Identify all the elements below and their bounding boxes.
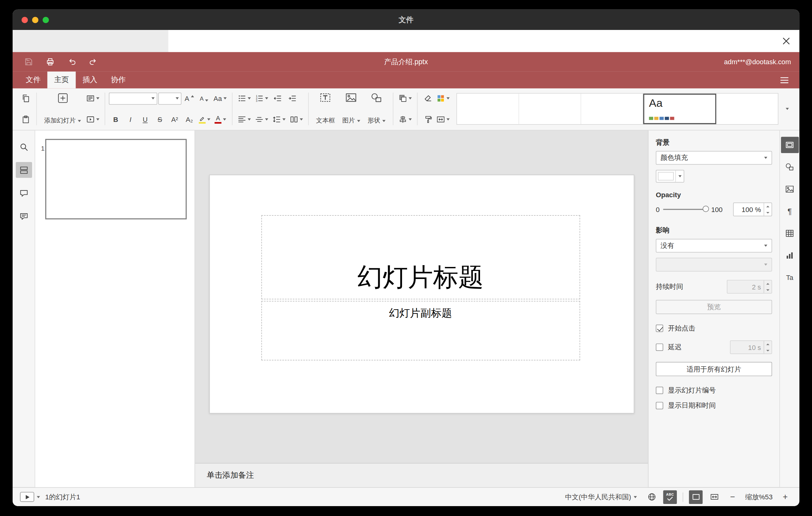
apply-to-all-button[interactable]: 适用于所有幻灯片 — [656, 362, 772, 376]
theme-tile[interactable] — [716, 93, 778, 124]
bold-button[interactable]: B — [109, 112, 122, 127]
strikethrough-button[interactable]: S — [153, 112, 167, 127]
slide-thumbnail[interactable] — [45, 139, 187, 220]
duration-input: 2 s — [727, 280, 772, 293]
underline-button[interactable]: U — [138, 112, 152, 127]
opacity-slider[interactable] — [663, 209, 707, 210]
slide-subtitle-placeholder[interactable]: 幻灯片副标题 — [261, 301, 580, 361]
set-language-button[interactable] — [645, 490, 658, 504]
subscript-button[interactable]: A₂ — [183, 112, 196, 127]
font-color-button[interactable]: A — [213, 112, 228, 127]
zoom-in-button[interactable]: + — [778, 490, 792, 504]
undo-button[interactable] — [67, 57, 76, 66]
opacity-max: 100 — [711, 205, 723, 213]
theme-tile[interactable] — [581, 93, 643, 124]
tab-collaboration[interactable]: 协作 — [104, 71, 133, 89]
insert-image-button[interactable]: 图片 — [339, 91, 364, 127]
line-spacing-button[interactable] — [271, 112, 287, 127]
align-shapes-button[interactable] — [397, 112, 413, 127]
chevron-down-icon[interactable] — [37, 496, 40, 498]
add-slide-button[interactable]: 添加幻灯片 — [40, 91, 85, 127]
arrange-shapes-button[interactable] — [397, 91, 413, 106]
zoom-out-button[interactable]: − — [726, 490, 739, 504]
theme-tile[interactable] — [519, 93, 581, 124]
font-size-select[interactable] — [158, 92, 181, 104]
bullets-button[interactable] — [236, 91, 252, 106]
show-date-time-checkbox[interactable]: 显示日期和时间 — [656, 401, 772, 410]
paste-button[interactable] — [19, 112, 32, 127]
slide-layout-button[interactable] — [85, 91, 101, 106]
slide-title-placeholder[interactable]: 幻灯片标题 — [261, 215, 580, 299]
theme-tile[interactable] — [457, 93, 519, 124]
menu-tabs: 文件 主页 插入 协作 — [13, 71, 799, 89]
slide[interactable]: 幻灯片标题 幻灯片副标题 — [209, 175, 634, 413]
fit-slide-toggle[interactable] — [689, 490, 702, 504]
search-button[interactable] — [16, 139, 32, 154]
feedback-button[interactable] — [16, 208, 32, 224]
highlight-color-button[interactable] — [197, 112, 212, 127]
checkbox-icon — [656, 343, 663, 351]
color-scheme-button[interactable] — [435, 91, 451, 106]
paragraph-settings-button[interactable]: ¶ — [781, 203, 799, 220]
view-settings-button[interactable] — [777, 71, 792, 89]
start-on-click-checkbox[interactable]: 开始点击 — [656, 323, 772, 333]
maximize-window-button[interactable] — [42, 17, 49, 23]
increase-indent-button[interactable] — [285, 91, 299, 106]
notes-area[interactable]: 单击添加备注 — [195, 463, 648, 487]
numbering-button[interactable]: 123 — [254, 91, 270, 106]
close-window-button[interactable] — [22, 17, 28, 23]
background-color-picker[interactable] — [656, 170, 684, 183]
font-name-select[interactable] — [109, 92, 157, 104]
decrease-font-button[interactable]: A — [197, 91, 211, 106]
copy-style-button[interactable] — [421, 112, 435, 127]
vertical-align-button[interactable] — [254, 112, 270, 127]
image-settings-button[interactable] — [781, 181, 799, 197]
tab-home[interactable]: 主页 — [47, 71, 76, 89]
redo-button[interactable] — [89, 57, 98, 66]
print-button[interactable] — [46, 57, 55, 66]
horizontal-align-button[interactable] — [236, 112, 252, 127]
start-slideshow-button[interactable] — [20, 492, 34, 502]
textart-settings-button[interactable]: Ta — [781, 269, 799, 286]
show-slide-number-checkbox[interactable]: 显示幻灯片编号 — [656, 386, 772, 395]
opacity-slider-knob[interactable] — [703, 206, 709, 212]
slides-panel-button[interactable] — [16, 162, 32, 178]
spellcheck-toggle[interactable]: ABC — [663, 490, 677, 504]
italic-button[interactable]: I — [124, 112, 137, 127]
save-button[interactable] — [24, 57, 33, 66]
background-fill-select[interactable]: 颜色填充 — [656, 151, 772, 165]
preview-button[interactable]: 预览 — [656, 300, 772, 314]
chevron-down-icon — [678, 175, 681, 177]
superscript-button[interactable]: A² — [168, 112, 181, 127]
chart-settings-button[interactable] — [781, 247, 799, 263]
clear-style-button[interactable] — [421, 91, 435, 106]
slide-canvas[interactable]: 幻灯片标题 幻灯片副标题 单击添加备注 — [195, 131, 648, 487]
comments-button[interactable] — [16, 185, 32, 201]
insert-shape-button[interactable]: 形状 — [364, 91, 389, 127]
change-case-button[interactable]: Aa — [212, 91, 228, 106]
fit-width-button[interactable] — [707, 490, 721, 504]
minimize-window-button[interactable] — [32, 17, 38, 23]
theme-gallery-expand-button[interactable] — [781, 91, 794, 127]
font-group: A A Aa B I U S A² A₂ — [109, 91, 228, 127]
language-selector[interactable]: 中文(中华人民共和国) — [562, 492, 640, 502]
insert-textbox-button[interactable]: 文本框 — [312, 91, 339, 127]
theme-tile-selected[interactable]: Aa — [643, 93, 716, 124]
tab-insert[interactable]: 插入 — [76, 71, 104, 89]
opacity-input[interactable]: 100 % — [733, 202, 772, 216]
opacity-spinner[interactable] — [763, 203, 772, 216]
start-slideshow-toolbar-button[interactable] — [85, 112, 101, 127]
delay-checkbox[interactable]: 延迟 — [656, 343, 682, 352]
chevron-down-icon — [446, 118, 450, 121]
effect-select[interactable]: 没有 — [656, 239, 772, 253]
tab-file[interactable]: 文件 — [19, 71, 47, 89]
columns-button[interactable] — [288, 112, 304, 127]
copy-button[interactable] — [19, 91, 32, 106]
slide-settings-button[interactable] — [781, 137, 799, 153]
close-editor-button[interactable] — [780, 35, 792, 48]
shape-settings-button[interactable] — [781, 159, 799, 175]
increase-font-button[interactable]: A — [183, 91, 196, 106]
decrease-indent-button[interactable] — [271, 91, 285, 106]
slide-size-button[interactable] — [435, 112, 451, 127]
table-settings-button[interactable] — [781, 225, 799, 242]
